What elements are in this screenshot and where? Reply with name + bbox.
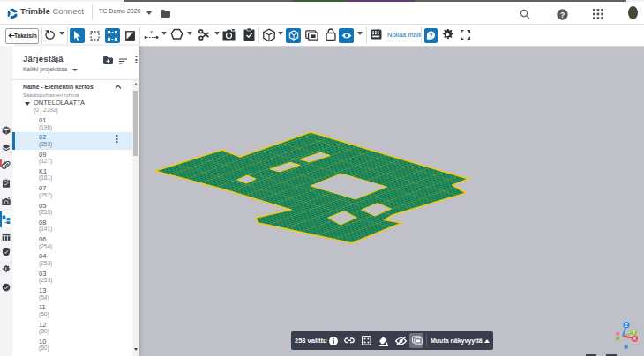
svg-text:?: ? [560,11,565,19]
svg-text:?: ? [429,32,432,38]
svg-text:x: x [150,29,153,34]
svg-text:Z: Z [625,323,627,328]
